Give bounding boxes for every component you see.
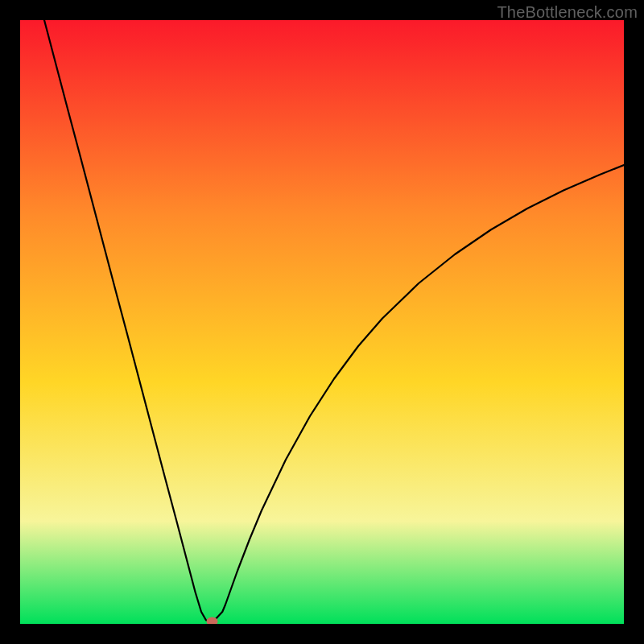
bottleneck-chart — [20, 20, 624, 624]
watermark-text: TheBottleneck.com — [497, 3, 638, 22]
gradient-background — [20, 20, 624, 624]
plot-area — [20, 20, 624, 624]
chart-frame: TheBottleneck.com — [0, 0, 644, 644]
